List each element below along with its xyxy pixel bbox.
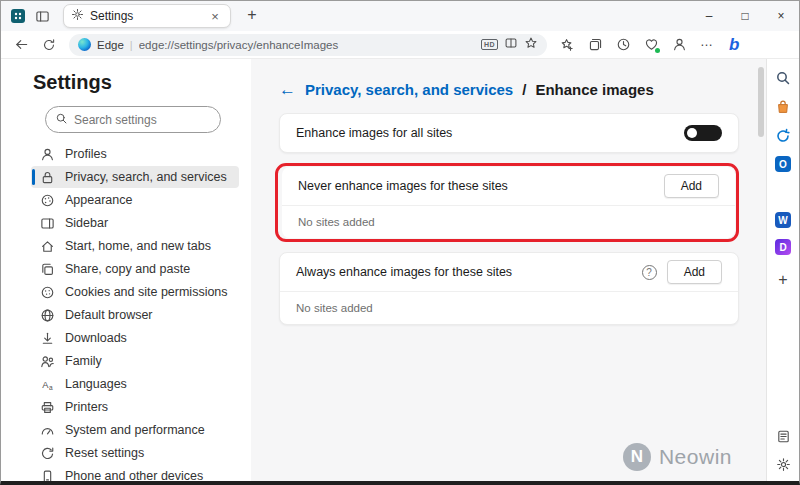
- enhance-all-sites-toggle[interactable]: [684, 125, 722, 141]
- sidebar-item-languages[interactable]: Aa Languages: [31, 373, 239, 395]
- empty-list-text: No sites added: [296, 302, 373, 314]
- sidebar-item-label: Printers: [65, 400, 108, 414]
- collections-icon[interactable]: [583, 34, 607, 56]
- microsoft365-icon[interactable]: [774, 183, 792, 201]
- new-tab-button[interactable]: +: [241, 5, 263, 27]
- settings-main-panel: ← Privacy, search, and services / Enhanc…: [251, 59, 766, 481]
- add-site-button[interactable]: Add: [664, 174, 719, 198]
- feedback-page-icon[interactable]: [774, 427, 792, 445]
- back-arrow-icon[interactable]: ←: [279, 81, 296, 98]
- sidebar-item-label: Reset settings: [65, 446, 144, 460]
- more-menu-icon[interactable]: …: [695, 31, 719, 53]
- settings-cards: Enhance images for all sites Never enhan…: [279, 113, 739, 325]
- breadcrumb: ← Privacy, search, and services / Enhanc…: [279, 81, 766, 98]
- sidebar-item-share-copy-paste[interactable]: Share, copy and paste: [31, 258, 239, 280]
- designer-icon[interactable]: D: [775, 239, 791, 255]
- sidebar-item-label: Privacy, search, and services: [65, 170, 227, 184]
- vertical-scrollbar[interactable]: [757, 61, 765, 470]
- sidebar-item-privacy[interactable]: Privacy, search, and services: [31, 166, 239, 188]
- settings-sidebar: Settings Profiles Privacy, search, and s…: [1, 59, 251, 481]
- sidebar-item-label: Start, home, and new tabs: [65, 239, 211, 253]
- sidebar-item-label: Cookies and site permissions: [65, 285, 228, 299]
- tab-close-icon[interactable]: ×: [207, 9, 223, 24]
- sidebar-search-icon[interactable]: [774, 69, 792, 87]
- sidebar-item-start-home-new-tabs[interactable]: Start, home, and new tabs: [31, 235, 239, 257]
- refresh-icon[interactable]: [37, 34, 61, 56]
- add-sidebar-app-button[interactable]: +: [778, 271, 787, 289]
- red-highlight-annotation: Never enhance images for these sites Add…: [275, 163, 739, 242]
- tab-settings[interactable]: Settings ×: [63, 4, 231, 28]
- scrollbar-thumb[interactable]: [758, 67, 764, 137]
- sidebar-item-phone-devices[interactable]: Phone and other devices: [31, 465, 239, 485]
- favorites-icon[interactable]: [555, 34, 579, 56]
- help-icon[interactable]: ?: [642, 265, 657, 280]
- printer-icon: [40, 400, 55, 415]
- neowin-logo-icon: N: [623, 443, 651, 471]
- settings-search: [45, 106, 221, 133]
- toolbar: Edge | edge://settings/privacy/enhanceIm…: [1, 31, 799, 59]
- gauge-icon: [40, 423, 55, 438]
- sidebar-settings-gear-icon[interactable]: [774, 455, 792, 473]
- hd-mode-icon[interactable]: HD: [481, 39, 498, 50]
- sidebar-item-label: Appearance: [65, 193, 132, 207]
- sidebar-item-family[interactable]: Family: [31, 350, 239, 372]
- back-icon[interactable]: [9, 34, 33, 56]
- sidebar-item-system-performance[interactable]: System and performance: [31, 419, 239, 441]
- sidebar-item-downloads[interactable]: Downloads: [31, 327, 239, 349]
- minimize-button[interactable]: –: [691, 1, 727, 31]
- never-enhance-card: Never enhance images for these sites Add…: [282, 167, 735, 238]
- favorite-star-icon[interactable]: [524, 36, 538, 54]
- drop-sync-icon[interactable]: [774, 127, 792, 145]
- window-controls: – □ ×: [691, 1, 799, 31]
- sidebar-item-label: System and performance: [65, 423, 205, 437]
- site-label: Edge: [97, 39, 124, 51]
- profile-icon[interactable]: [667, 34, 691, 56]
- history-icon[interactable]: [611, 34, 635, 56]
- url-text: edge://settings/privacy/enhanceImages: [139, 39, 475, 51]
- palette-icon: [40, 193, 55, 208]
- setting-label: Enhance images for all sites: [296, 126, 684, 140]
- browser-essentials-icon[interactable]: [639, 34, 663, 56]
- reset-icon: [40, 446, 55, 461]
- page-title: Settings: [33, 71, 251, 94]
- enhance-all-sites-card: Enhance images for all sites: [279, 113, 739, 153]
- sidebar-item-label: Default browser: [65, 308, 153, 322]
- word-icon[interactable]: W: [775, 212, 791, 228]
- neowin-watermark: N Neowin: [623, 443, 732, 471]
- content-area: Settings Profiles Privacy, search, and s…: [1, 59, 799, 481]
- setting-label: Always enhance images for these sites: [296, 265, 642, 279]
- sidebar-item-label: Languages: [65, 377, 127, 391]
- edge-logo-icon: [78, 38, 91, 51]
- sidebar-item-cookies-permissions[interactable]: Cookies and site permissions: [31, 281, 239, 303]
- breadcrumb-parent-link[interactable]: Privacy, search, and services: [305, 81, 513, 98]
- bing-logo-icon[interactable]: b: [723, 35, 745, 55]
- split-screen-icon[interactable]: [504, 36, 518, 54]
- outlook-icon[interactable]: O: [775, 156, 791, 172]
- selected-indicator: [32, 169, 35, 185]
- sidebar-item-label: Share, copy and paste: [65, 262, 190, 276]
- close-button[interactable]: ×: [763, 1, 799, 31]
- person-icon: [40, 147, 55, 162]
- watermark-text: Neowin: [659, 445, 732, 469]
- maximize-button[interactable]: □: [727, 1, 763, 31]
- workspaces-icon[interactable]: [9, 7, 27, 25]
- family-icon: [40, 354, 55, 369]
- sidebar-item-appearance[interactable]: Appearance: [31, 189, 239, 211]
- setting-label: Never enhance images for these sites: [298, 179, 664, 193]
- sidebar-item-label: Profiles: [65, 147, 107, 161]
- phone-icon: [40, 469, 55, 484]
- shopping-icon[interactable]: [774, 98, 792, 116]
- status-dot: [655, 48, 660, 53]
- tab-strip: Settings × + – □ ×: [1, 1, 799, 31]
- settings-search-input[interactable]: [74, 113, 194, 127]
- sidebar-item-sidebar[interactable]: Sidebar: [31, 212, 239, 234]
- tab-actions-icon[interactable]: [33, 7, 51, 25]
- add-site-button[interactable]: Add: [667, 260, 722, 284]
- sidebar-item-printers[interactable]: Printers: [31, 396, 239, 418]
- sidebar-item-default-browser[interactable]: Default browser: [31, 304, 239, 326]
- tab-title: Settings: [90, 9, 201, 23]
- sidebar-item-reset-settings[interactable]: Reset settings: [31, 442, 239, 464]
- toggle-knob: [687, 128, 697, 138]
- address-bar[interactable]: Edge | edge://settings/privacy/enhanceIm…: [69, 34, 547, 56]
- sidebar-item-profiles[interactable]: Profiles: [31, 143, 239, 165]
